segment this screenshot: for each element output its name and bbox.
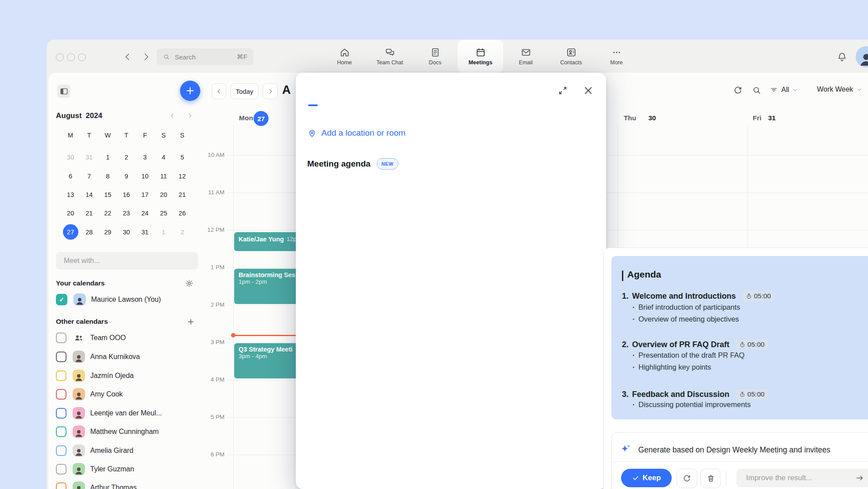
tab-more[interactable]: More (594, 40, 639, 73)
calendar-checkbox[interactable] (56, 370, 66, 381)
mini-calendar-day[interactable]: 30 (61, 148, 80, 167)
global-search[interactable]: ⌘F (157, 48, 254, 65)
window-control-2[interactable] (67, 53, 75, 61)
mini-calendar-day[interactable]: 12 (173, 167, 191, 185)
calendar-checkbox[interactable] (56, 445, 66, 456)
tab-meetings[interactable]: Meetings (458, 40, 503, 73)
calendar-event[interactable]: Katie/Jae Yung12p (234, 232, 297, 251)
mini-calendar-day[interactable]: 11 (154, 167, 173, 185)
discard-button[interactable] (700, 469, 721, 488)
mini-calendar-day[interactable]: 24 (136, 204, 154, 222)
mini-calendar-day[interactable]: 5 (173, 148, 191, 167)
tab-team-chat[interactable]: Team Chat (367, 40, 412, 73)
mini-calendar-day[interactable]: 21 (173, 185, 191, 204)
mini-calendar-day[interactable]: 8 (99, 167, 117, 185)
calendar-checkbox[interactable] (56, 389, 66, 400)
calendar-event[interactable]: Brainstorming Ses1pm - 2pm (234, 269, 297, 304)
mini-calendar-day[interactable]: 4 (154, 148, 173, 167)
add-calendar-icon[interactable] (187, 318, 195, 326)
mini-calendar-day[interactable]: 7 (80, 167, 98, 185)
mini-calendar-day[interactable]: 10 (136, 167, 154, 185)
mini-calendar-day[interactable]: 1 (99, 148, 117, 167)
window-control-3[interactable] (78, 53, 86, 61)
mini-calendar-day[interactable]: 1 (154, 223, 173, 241)
mini-calendar-day[interactable]: 17 (136, 185, 154, 204)
calendar-row[interactable]: Jazmín Ojeda (56, 368, 201, 383)
window-control-1[interactable] (56, 53, 64, 61)
meet-with-input[interactable] (63, 256, 191, 265)
calendar-row-owner[interactable]: ✓ Maurice Lawson (You) (56, 292, 201, 307)
mini-calendar-day[interactable]: 28 (80, 223, 98, 241)
calendar-name: Jazmín Ojeda (90, 372, 134, 380)
mini-calendar-day[interactable]: 26 (173, 204, 191, 222)
mini-calendar-day[interactable]: 6 (61, 167, 80, 185)
today-button[interactable]: Today (231, 83, 258, 99)
refresh-icon[interactable] (733, 85, 743, 96)
calendar-row[interactable]: Team OOO (56, 330, 201, 345)
next-week-button[interactable] (263, 83, 278, 99)
calendar-row[interactable]: Tyler Guzman (56, 462, 201, 477)
calendar-checkbox[interactable] (56, 352, 66, 362)
mini-calendar-day[interactable]: 13 (61, 185, 80, 204)
tab-email[interactable]: Email (503, 40, 548, 73)
calendar-row[interactable]: Amelia Girard (56, 443, 201, 458)
mini-calendar-day[interactable]: 23 (117, 204, 136, 222)
sidebar-toggle-button[interactable] (57, 85, 70, 98)
mini-calendar-day[interactable]: 21 (80, 204, 98, 222)
agenda-item: 2.Overview of PR FAQ Draft05:00 (622, 339, 768, 350)
mini-calendar-day[interactable]: 15 (99, 185, 117, 204)
tab-docs[interactable]: Docs (412, 40, 458, 73)
nav-forward-icon[interactable] (141, 52, 151, 62)
calendar-row[interactable]: Amy Cook (56, 387, 201, 402)
regenerate-button[interactable] (677, 469, 697, 488)
mini-calendar-day-selected[interactable]: 27 (61, 223, 80, 241)
mini-calendar-day[interactable]: 3 (136, 148, 154, 167)
mini-calendar-day[interactable]: 31 (80, 148, 98, 167)
mini-calendar-day[interactable]: 2 (173, 223, 191, 241)
submit-arrow-icon[interactable] (855, 474, 864, 482)
calendar-checkbox[interactable] (56, 408, 66, 419)
calendar-checkbox[interactable] (56, 426, 66, 437)
view-switcher[interactable]: Work Week (817, 85, 862, 93)
mini-calendar-day[interactable]: 31 (136, 223, 154, 241)
keep-button[interactable]: Keep (621, 469, 672, 487)
calendar-search-icon[interactable] (752, 85, 762, 96)
prev-week-button[interactable] (212, 83, 226, 99)
calendar-checkbox[interactable] (56, 333, 66, 343)
add-location-link[interactable]: Add a location or room (321, 128, 405, 138)
mini-calendar-day[interactable]: 25 (154, 204, 173, 222)
mini-calendar-day[interactable]: 29 (99, 223, 117, 241)
notifications-bell-icon[interactable] (837, 52, 847, 62)
mini-calendar-day[interactable]: 22 (99, 204, 117, 222)
gear-icon[interactable] (185, 279, 194, 288)
improve-input[interactable] (745, 473, 852, 483)
search-input[interactable] (174, 53, 233, 61)
improve-field[interactable] (736, 469, 868, 487)
tab-contacts[interactable]: Contacts (548, 40, 594, 73)
owner-checkbox[interactable]: ✓ (56, 294, 67, 305)
mini-calendar-day[interactable]: 2 (117, 148, 136, 167)
calendar-checkbox[interactable] (56, 464, 66, 474)
create-event-button[interactable] (180, 81, 200, 101)
tab-home[interactable]: Home (322, 40, 367, 73)
agenda-editor[interactable]: Agenda 1.Welcome and Introductions05:00·… (611, 256, 868, 419)
calendar-row[interactable]: Matthew Cunningham (56, 424, 201, 439)
mini-calendar-day[interactable]: 20 (61, 204, 80, 222)
calendar-row[interactable]: Leentje van der Meul... (56, 406, 201, 421)
calendar-filter[interactable]: All (769, 85, 798, 94)
calendar-event[interactable]: Q3 Strategy Meeti3pm - 4pm (234, 343, 297, 378)
mini-calendar-day[interactable]: 20 (154, 185, 173, 204)
mini-calendar-next-icon[interactable] (187, 112, 193, 119)
close-icon[interactable] (582, 85, 594, 96)
calendar-row[interactable]: Arthur Thomas (56, 480, 201, 489)
nav-back-icon[interactable] (122, 52, 133, 62)
mini-calendar-day[interactable]: 16 (117, 185, 136, 204)
mini-calendar-day[interactable]: 30 (117, 223, 136, 241)
mini-calendar-day[interactable]: 9 (117, 167, 136, 185)
meet-with-field[interactable] (56, 252, 198, 270)
calendar-row[interactable]: Anna Kurnikova (56, 349, 201, 364)
mini-calendar-prev-icon[interactable] (169, 112, 176, 119)
expand-icon[interactable] (557, 85, 568, 96)
mini-calendar-day[interactable]: 14 (80, 185, 98, 204)
calendar-checkbox[interactable] (56, 482, 66, 489)
